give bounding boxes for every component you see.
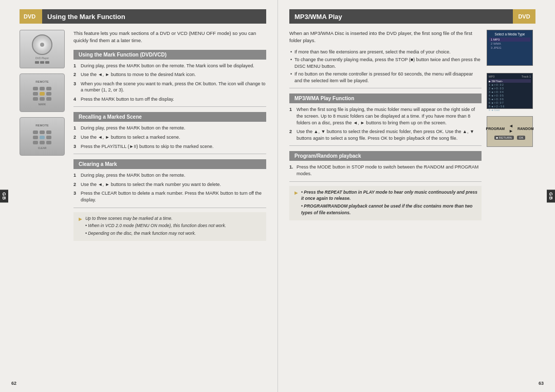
page-container: GB DVD Using the Mark Function DVD Playe… (0, 0, 555, 392)
note-3: • Depending on the disc, the mark functi… (85, 230, 226, 237)
right-arrow-icon: ► (293, 189, 299, 197)
right-note-arrow: ► • Press the REPEAT button in PLAY mode… (293, 189, 477, 217)
track-7: 9 ◄ Cool (489, 108, 531, 111)
right-section-header: MP3/WMA Play DVD (289, 9, 535, 24)
track-2: 3 ◄ > 0 : 0 4 (489, 90, 531, 94)
left-page: GB DVD Using the Mark Function DVD Playe… (0, 0, 278, 392)
track-0: 1 ◄ > 0 : 0 2 (489, 83, 531, 86)
ok-btn: OK (517, 136, 526, 140)
left-section-title: Using the Mark Function (42, 13, 266, 21)
right-bullets: If more than two file extensions are pre… (289, 49, 482, 84)
left-main-content: This feature lets you mark sections of a… (73, 30, 266, 241)
screen2-container: MP3 Track 1 ▶ SM Town- 1 ◄ > 0 : 0 2 2 ◄… (487, 73, 535, 109)
right-step-1-2: 2 Use the ▲, ▼ buttons to select the des… (289, 128, 482, 141)
step-1-1: 1 During play, press the MARK button on … (73, 63, 266, 69)
notes-content: Up to three scenes may be marked at a ti… (85, 215, 226, 238)
track-folder: ▶ SM Town- (489, 79, 531, 83)
note-1: Up to three scenes may be marked at a ti… (85, 215, 226, 222)
left-intro-text: This feature lets you mark sections of a… (73, 30, 266, 45)
right-note-1: • Press the REPEAT button in PLAY mode t… (301, 189, 477, 202)
page-num-right: 63 (539, 381, 544, 386)
gb-badge-right: GB (547, 190, 555, 203)
track-3: 4 ◄ > 0 : 0 5 (489, 94, 531, 97)
step-3-3: 3 Press the CLEAR button to delete a mar… (73, 190, 266, 203)
page-num-left: 62 (11, 381, 16, 386)
sub-header-2: Recalling a Marked Scene (73, 112, 266, 122)
right-sub1-steps: 1 When the first song file is playing, t… (289, 106, 482, 141)
step-3-2: 2 Use the ◄, ► buttons to select the mar… (73, 181, 266, 188)
screen3-image: PROGRAM ◄ ► RANDOM ■ RETURN OK (487, 116, 533, 147)
step-1-3: 3 When you reach the scene you want to m… (73, 81, 266, 94)
right-intro: When an MP3/WMA Disc is inserted into th… (289, 30, 482, 45)
prog-label: PROGRAM (486, 127, 505, 130)
prog-btn-row: ■ RETURN OK (494, 136, 526, 140)
screen2-track: Track 1 (522, 75, 531, 78)
screen2-header: MP3 Track 1 (489, 75, 531, 78)
right-sub2-steps: 1. Press the MODE button in STOP mode to… (289, 164, 482, 177)
prog-arrows: ◄ ► (509, 123, 513, 134)
return-btn: ■ RETURN (494, 136, 514, 140)
right-main-content: When an MP3/WMA Disc is inserted into th… (289, 30, 482, 220)
right-sub-header-2: Program/Random playback (289, 151, 482, 161)
screen2-image: MP3 Track 1 ▶ SM Town- 1 ◄ > 0 : 0 2 2 ◄… (487, 73, 533, 109)
remote-image-2: REMOTE CLEAR (20, 117, 65, 156)
right-content-area: When an MP3/WMA Disc is inserted into th… (289, 30, 535, 220)
dvd-disk-graphic (32, 34, 52, 55)
note-arrow: ► Up to three scenes may be marked at a … (78, 215, 262, 238)
prog-rand-row: PROGRAM ◄ ► RANDOM (486, 123, 534, 134)
step-1-4: 4 Press the MARK button to turn off the … (73, 96, 266, 103)
arrow-icon: ► (78, 215, 83, 223)
step-1-2: 2 Use the ◄, ► buttons to move to the de… (73, 71, 266, 78)
left-notes: ► Up to three scenes may be marked at a … (73, 212, 266, 241)
screen1-container: Select a Media Type 1 MP3 2 WMA 3 JPEG (487, 30, 535, 66)
track-4: 5 ◄ > 0 : 0 6 (489, 97, 531, 101)
screen3-container: PROGRAM ◄ ► RANDOM ■ RETURN OK (487, 116, 535, 147)
right-section-title: MP3/WMA Play (289, 13, 513, 21)
dvd-badge-left: DVD (20, 9, 42, 24)
step-2-3: 3 Press the PLAY/STILL (►II) buttons to … (73, 143, 266, 150)
track-6: 8 ◄ > 2 ~ 5 6 (489, 104, 531, 108)
sub-header-1: Using the Mark Function (DVD/VCD) (73, 50, 266, 60)
bullet-2: To change the currently playing media, p… (289, 57, 482, 69)
dvd-badge-right: DVD (513, 9, 535, 24)
right-notes-content: • Press the REPEAT button in PLAY mode t… (301, 189, 477, 217)
media-item-3: 3 JPEG (489, 46, 530, 50)
dvd-device-image: DVD Player (20, 30, 65, 68)
bullet-1: If more than two file extensions are pre… (289, 49, 482, 55)
screen2-mp3: MP3 (489, 75, 494, 78)
right-note-2: • PROGRAM/RANDOM playback cannot be used… (301, 203, 477, 216)
left-section-header: DVD Using the Mark Function (20, 9, 266, 24)
screen1-title: Select a Media Type (489, 32, 530, 36)
sub3-steps: 1 During play, press the MARK button on … (73, 172, 266, 203)
right-images-col: Select a Media Type 1 MP3 2 WMA 3 JPEG M… (487, 30, 535, 220)
screen1-image: Select a Media Type 1 MP3 2 WMA 3 JPEG (487, 30, 533, 66)
track-1: 2 ◄ > 0 : 0 3 (489, 86, 531, 90)
right-notes: ► • Press the REPEAT button in PLAY mode… (289, 186, 482, 220)
step-3-1: 1 During play, press the MARK button on … (73, 172, 266, 179)
right-sub-header-1: MP3/WMA Play Function (289, 94, 482, 103)
right-step-2-1: 1. Press the MODE button in STOP mode to… (289, 164, 482, 177)
note-2: • When in VCD 2.0 mode (MENU ON mode), t… (85, 222, 226, 229)
sub2-steps: 1 During play, press the MARK button on … (73, 125, 266, 150)
rand-label: RANDOM (517, 127, 534, 130)
left-images-col: DVD Player REMOTE (20, 30, 68, 241)
remote-image-1: REMOTE MARK (20, 73, 65, 112)
right-step-1-1: 1 When the first song file is playing, t… (289, 106, 482, 126)
media-item-1: 1 MP3 (489, 38, 530, 42)
gb-badge-left: GB (0, 190, 8, 203)
right-page: MP3/WMA Play DVD When an MP3/WMA Disc is… (278, 0, 555, 392)
step-2-1: 1 During play, press the MARK button on … (73, 125, 266, 132)
step-2-2: 2 Use the ◄, ► buttons to select a marke… (73, 134, 266, 141)
media-item-2: 2 WMA (489, 42, 530, 46)
track-5: 6 ◄ > 0 : 0 7 (489, 101, 531, 104)
sub1-steps: 1 During play, press the MARK button on … (73, 63, 266, 103)
left-content-area: DVD Player REMOTE (20, 30, 266, 241)
sub-header-3: Clearing a Mark (73, 159, 266, 169)
bullet-3: If no button on the remote controller is… (289, 71, 482, 84)
